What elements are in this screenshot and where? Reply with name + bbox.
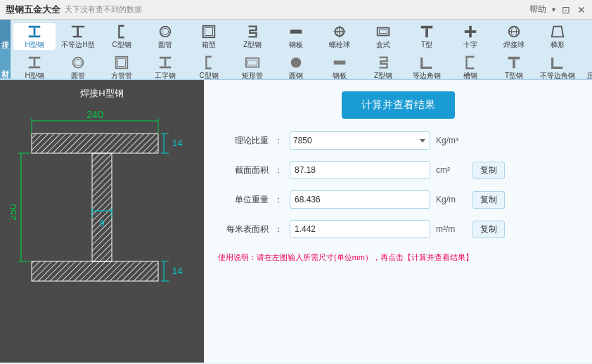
icon-trapezoid[interactable]: 梯形 bbox=[536, 23, 579, 50]
icon-round-tube[interactable]: 圆管 bbox=[144, 23, 186, 50]
svg-rect-36 bbox=[248, 60, 257, 65]
help-arrow: ▾ bbox=[552, 6, 555, 13]
svg-rect-1 bbox=[34, 27, 36, 35]
icons-rows: H型钢 不等边H型 C型钢 bbox=[11, 20, 592, 79]
svg-point-7 bbox=[162, 28, 168, 34]
app-subtitle: 天下没有查不到的数据 bbox=[65, 4, 142, 15]
svg-point-37 bbox=[291, 57, 302, 67]
svg-rect-44 bbox=[32, 261, 158, 281]
svg-rect-25 bbox=[29, 56, 41, 58]
mat-icon-z-beam[interactable]: Z型钢 bbox=[362, 54, 404, 81]
help-link[interactable]: 帮助 bbox=[529, 4, 546, 15]
density-select[interactable]: 7850 bbox=[290, 131, 430, 150]
area-copy-button[interactable]: 复制 bbox=[472, 162, 505, 179]
mat-icon-round-steel[interactable]: 圆钢 bbox=[275, 54, 317, 81]
svg-rect-5 bbox=[73, 35, 82, 37]
weld-icons-row: H型钢 不等边H型 C型钢 bbox=[13, 21, 592, 52]
field-label-weight: 单位重量 bbox=[218, 194, 269, 206]
icon-box[interactable]: 箱型 bbox=[188, 23, 230, 50]
svg-point-6 bbox=[160, 26, 171, 37]
svg-text:14: 14 bbox=[172, 266, 182, 276]
side-tabs: 焊接 型材 bbox=[0, 20, 11, 79]
svg-point-29 bbox=[75, 59, 81, 65]
svg-rect-16 bbox=[380, 30, 387, 34]
mat-icon-h-beam[interactable]: H型钢 bbox=[13, 54, 56, 81]
mat-icon-t-beam[interactable]: T型钢 bbox=[493, 54, 535, 81]
calc-button[interactable]: 计算并查看结果 bbox=[342, 91, 455, 119]
weight-input[interactable] bbox=[290, 190, 430, 209]
app-title-group: 型钢五金大全 天下没有查不到的数据 bbox=[6, 4, 142, 16]
mat-icon-plate[interactable]: 钢板 bbox=[318, 54, 361, 81]
density-unit: Kg/m³ bbox=[436, 136, 467, 145]
icon-h-beam[interactable]: H型钢 bbox=[13, 23, 56, 50]
svg-rect-34 bbox=[160, 66, 172, 68]
icon-unequal-h[interactable]: 不等边H型 bbox=[57, 23, 99, 50]
area-input[interactable] bbox=[290, 161, 430, 179]
area-unit: cm² bbox=[436, 165, 467, 175]
usage-hint: 使用说明：请在左图输入所需尺寸(单位mm），再点击【计算并查看结果】 bbox=[218, 252, 578, 263]
field-row-weight: 单位重量 ： Kg/m 复制 bbox=[218, 190, 578, 209]
mat-icon-round-tube[interactable]: 圆管 bbox=[57, 54, 99, 81]
svg-rect-10 bbox=[290, 30, 302, 34]
svg-rect-4 bbox=[77, 27, 79, 36]
icon-bolt-ball[interactable]: 螺栓球 bbox=[318, 23, 361, 50]
svg-rect-33 bbox=[165, 58, 167, 66]
icon-plate[interactable]: 钢板 bbox=[275, 23, 317, 50]
svg-marker-24 bbox=[552, 26, 564, 37]
field-label-surface: 每米表面积 bbox=[218, 223, 269, 235]
mat-icon-sq-tube[interactable]: 方管管 bbox=[101, 54, 143, 81]
svg-rect-17 bbox=[421, 25, 433, 28]
svg-rect-43 bbox=[92, 153, 112, 261]
icon-cross[interactable]: 十字 bbox=[449, 23, 491, 50]
icon-box-alt[interactable]: 盒式 bbox=[362, 23, 404, 50]
mat-icon-c-beam[interactable]: C型钢 bbox=[188, 54, 230, 81]
svg-rect-9 bbox=[205, 27, 213, 35]
svg-text:9: 9 bbox=[99, 218, 104, 228]
svg-rect-18 bbox=[425, 28, 428, 37]
mat-icon-corrugated[interactable]: 压型钢板 bbox=[580, 54, 592, 81]
field-row-area: 截面面积 ： cm² 复制 bbox=[218, 161, 578, 179]
svg-rect-20 bbox=[465, 30, 477, 33]
mat-icon-channel[interactable]: 槽钢 bbox=[449, 54, 491, 81]
svg-text:250: 250 bbox=[11, 204, 18, 221]
main-content: 焊接H型钢 240 14 bbox=[0, 80, 592, 363]
mat-icon-angle[interactable]: 等边角钢 bbox=[406, 54, 448, 81]
drawing-title: 焊接H型钢 bbox=[80, 87, 123, 100]
svg-rect-0 bbox=[29, 25, 41, 27]
icon-t-beam[interactable]: T型 bbox=[406, 23, 448, 50]
svg-text:240: 240 bbox=[86, 109, 103, 120]
weight-copy-button[interactable]: 复制 bbox=[472, 191, 505, 209]
svg-rect-32 bbox=[160, 56, 172, 58]
h-beam-diagram: 240 14 250 9 14 bbox=[11, 105, 193, 309]
surface-copy-button[interactable]: 复制 bbox=[472, 221, 505, 238]
title-controls: 帮助 ▾ ⊡ ✕ bbox=[529, 4, 586, 15]
svg-rect-26 bbox=[34, 58, 36, 66]
icon-z-beam[interactable]: Z型钢 bbox=[231, 23, 274, 50]
svg-rect-38 bbox=[334, 60, 346, 65]
app-title: 型钢五金大全 bbox=[6, 4, 60, 16]
svg-point-28 bbox=[73, 57, 84, 67]
close-button[interactable]: ✕ bbox=[577, 5, 586, 15]
svg-rect-27 bbox=[29, 66, 41, 68]
title-bar: 型钢五金大全 天下没有查不到的数据 帮助 ▾ ⊡ ✕ bbox=[0, 0, 592, 20]
mat-icon-rect-tube[interactable]: 矩形管 bbox=[231, 54, 274, 81]
surface-unit: m²/m bbox=[436, 224, 467, 234]
field-row-surface: 每米表面积 ： m²/m 复制 bbox=[218, 220, 578, 238]
svg-text:14: 14 bbox=[172, 138, 182, 148]
material-icons-row: H型钢 圆管 方管管 bbox=[13, 52, 592, 83]
tab-strip: 焊接 型材 H型钢 不等边H型 bbox=[0, 20, 592, 80]
icon-weld-ball[interactable]: 焊接球 bbox=[493, 23, 535, 50]
svg-rect-2 bbox=[29, 35, 41, 37]
icon-c-beam[interactable]: C型钢 bbox=[101, 23, 143, 50]
side-tab-material[interactable]: 型材 bbox=[0, 49, 11, 79]
svg-rect-31 bbox=[118, 58, 126, 66]
hint-prefix: 使用说明：请在左图输入所需尺寸(单位mm），再点击【计算并查看结果】 bbox=[218, 253, 473, 261]
svg-rect-40 bbox=[513, 59, 515, 68]
mat-icon-unequal-angle[interactable]: 不等边角钢 bbox=[536, 54, 579, 81]
mat-icon-i-beam[interactable]: 工字钢 bbox=[144, 54, 186, 81]
surface-input[interactable] bbox=[290, 220, 430, 238]
side-tab-weld[interactable]: 焊接 bbox=[0, 20, 11, 49]
field-row-density: 理论比重 ： 7850 Kg/m³ bbox=[218, 131, 578, 150]
svg-rect-42 bbox=[32, 134, 158, 153]
restore-button[interactable]: ⊡ bbox=[561, 5, 571, 15]
